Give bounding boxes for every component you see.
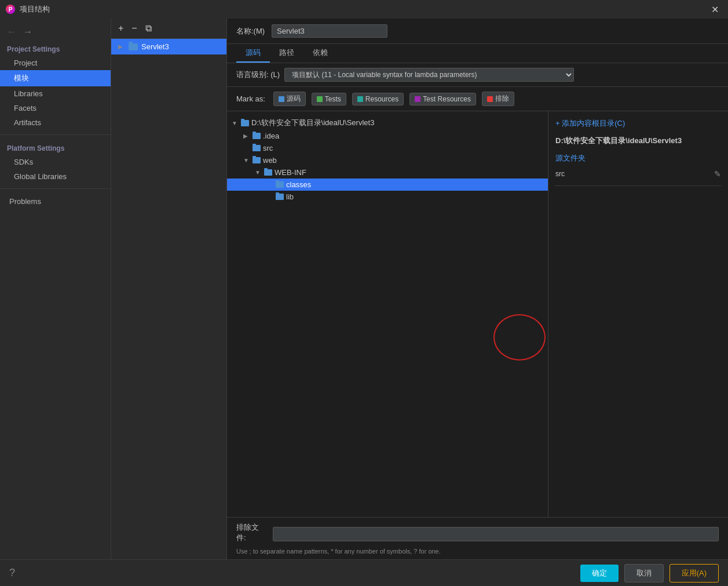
platform-settings-label: Platform Settings bbox=[0, 140, 111, 155]
mark-exclude-button[interactable]: 排除 bbox=[482, 92, 514, 106]
sidebar: ← → Project Settings Project 模块 Librarie… bbox=[0, 19, 111, 559]
web-label: web bbox=[263, 156, 277, 165]
lib-label: lib bbox=[286, 192, 294, 201]
content-area: 名称:(M) 源码 路径 依赖 语言级别: (L) 项目默认 (11 - Loc… bbox=[227, 19, 728, 559]
sidebar-item-problems[interactable]: Problems bbox=[0, 194, 111, 209]
module-arrow: ▶ bbox=[118, 43, 125, 50]
content-root-path: D:\软件安全下载目录\idealU\Servlet3 bbox=[555, 136, 721, 146]
web-arrow: ▼ bbox=[243, 157, 250, 163]
mark-as-label: Mark as: bbox=[236, 94, 265, 103]
tests-mark-icon bbox=[317, 96, 323, 102]
add-content-root-button[interactable]: + 添加内容根目录(C) bbox=[555, 118, 721, 129]
idea-folder-icon bbox=[253, 133, 261, 139]
root-arrow: ▼ bbox=[232, 120, 239, 126]
source-folder-item: src ✎ bbox=[555, 168, 721, 180]
tree-item-web[interactable]: ▼ web bbox=[227, 154, 548, 166]
root-folder-icon bbox=[241, 120, 249, 126]
tab-source[interactable]: 源码 bbox=[236, 44, 270, 63]
help-button[interactable]: ? bbox=[9, 567, 15, 579]
edit-source-icon[interactable]: ✎ bbox=[714, 169, 721, 179]
src-folder-icon bbox=[253, 145, 261, 151]
sidebar-item-project[interactable]: Project bbox=[0, 56, 111, 70]
sidebar-item-modules[interactable]: 模块 bbox=[0, 70, 111, 86]
tree-item-classes[interactable]: classes bbox=[227, 179, 548, 191]
forward-arrow[interactable]: → bbox=[21, 26, 35, 38]
src-label: src bbox=[263, 144, 273, 152]
red-circle-annotation bbox=[493, 314, 546, 361]
exclude-label: 排除文件: bbox=[236, 522, 266, 543]
exclude-mark-icon bbox=[487, 96, 493, 102]
resources-mark-icon bbox=[357, 96, 363, 102]
nav-arrows: ← → bbox=[0, 23, 111, 41]
apply-button[interactable]: 应用(A) bbox=[670, 564, 719, 583]
main-container: ← → Project Settings Project 模块 Librarie… bbox=[0, 19, 728, 559]
tree-item-lib[interactable]: lib bbox=[227, 191, 548, 203]
sidebar-item-libraries[interactable]: Libraries bbox=[0, 86, 111, 101]
test-resources-mark-icon bbox=[415, 96, 420, 102]
cancel-button[interactable]: 取消 bbox=[624, 564, 664, 583]
classes-label: classes bbox=[286, 180, 311, 189]
bottom-bar: ? 确定 取消 应用(A) bbox=[0, 559, 728, 586]
source-folder-text: src bbox=[555, 170, 565, 178]
tree-item-root[interactable]: ▼ D:\软件安全下载目录\idealU\Servlet3 bbox=[227, 116, 548, 130]
tree-item-webinf[interactable]: ▼ WEB-INF bbox=[227, 166, 548, 179]
project-settings-label: Project Settings bbox=[0, 41, 111, 56]
mark-source-button[interactable]: 源码 bbox=[273, 92, 306, 106]
mark-resources-button[interactable]: Resources bbox=[352, 93, 404, 105]
exclude-input[interactable] bbox=[273, 527, 719, 541]
idea-label: .idea bbox=[263, 132, 279, 140]
sidebar-item-artifacts[interactable]: Artifacts bbox=[0, 115, 111, 130]
title-bar-left: P 项目结构 bbox=[6, 4, 50, 14]
app-icon: P bbox=[6, 5, 15, 14]
name-label: 名称:(M) bbox=[236, 26, 265, 37]
tree-item-idea[interactable]: ▶ .idea bbox=[227, 130, 548, 142]
tab-deps[interactable]: 依赖 bbox=[303, 44, 337, 63]
remove-module-button[interactable]: − bbox=[129, 22, 139, 35]
module-panel: + − ⧉ ▶ Servlet3 bbox=[111, 19, 227, 559]
lang-level-select[interactable]: 项目默认 (11 - Local variable syntax for lam… bbox=[284, 68, 574, 82]
title-bar: P 项目结构 ✕ bbox=[0, 0, 728, 19]
mark-as-row: Mark as: 源码 Tests Resources Test Resourc… bbox=[227, 87, 728, 111]
source-folder-label: 源文件夹 bbox=[555, 153, 721, 163]
tree-item-src[interactable]: src bbox=[227, 142, 548, 154]
confirm-button[interactable]: 确定 bbox=[580, 565, 619, 582]
source-mark-icon bbox=[279, 96, 284, 102]
sidebar-item-sdks[interactable]: SDKs bbox=[0, 155, 111, 169]
right-panel: + 添加内容根目录(C) D:\软件安全下载目录\idealU\Servlet3… bbox=[548, 111, 728, 517]
add-module-button[interactable]: + bbox=[116, 22, 126, 35]
mark-test-resources-button[interactable]: Test Resources bbox=[409, 93, 476, 105]
file-tree: ▼ D:\软件安全下载目录\idealU\Servlet3 ▶ .idea sr… bbox=[227, 111, 548, 517]
webinf-arrow: ▼ bbox=[255, 169, 262, 176]
idea-arrow: ▶ bbox=[243, 133, 250, 139]
lang-level-label: 语言级别: (L) bbox=[236, 70, 280, 80]
sidebar-item-global-libs[interactable]: Global Libraries bbox=[0, 169, 111, 184]
webinf-folder-icon bbox=[264, 169, 272, 176]
window-title: 项目结构 bbox=[20, 4, 50, 14]
classes-folder-icon bbox=[276, 181, 284, 188]
module-list: ▶ Servlet3 bbox=[111, 39, 226, 559]
tab-path[interactable]: 路径 bbox=[270, 44, 303, 63]
root-label: D:\软件安全下载目录\idealU\Servlet3 bbox=[251, 118, 374, 128]
web-folder-icon bbox=[253, 157, 261, 163]
exclude-hint: Use ; to separate name patterns, * for a… bbox=[236, 548, 719, 555]
dotted-divider bbox=[555, 185, 721, 186]
tabs: 源码 路径 依赖 bbox=[227, 44, 728, 63]
sidebar-item-facets[interactable]: Facets bbox=[0, 101, 111, 115]
module-item-servlet3[interactable]: ▶ Servlet3 bbox=[111, 39, 226, 54]
close-button[interactable]: ✕ bbox=[708, 3, 722, 16]
sidebar-divider-2 bbox=[0, 188, 111, 189]
webinf-label: WEB-INF bbox=[275, 168, 306, 177]
name-input[interactable] bbox=[272, 24, 387, 38]
back-arrow[interactable]: ← bbox=[5, 26, 19, 38]
exclude-row: 排除文件: Use ; to separate name patterns, *… bbox=[227, 517, 728, 559]
copy-module-button[interactable]: ⧉ bbox=[143, 22, 154, 35]
lib-folder-icon bbox=[276, 194, 284, 200]
module-folder-icon bbox=[129, 43, 138, 50]
split-content: ▼ D:\软件安全下载目录\idealU\Servlet3 ▶ .idea sr… bbox=[227, 111, 728, 517]
sidebar-divider bbox=[0, 134, 111, 135]
mark-tests-button[interactable]: Tests bbox=[312, 93, 346, 105]
lang-level-row: 语言级别: (L) 项目默认 (11 - Local variable synt… bbox=[227, 63, 728, 87]
content-header: 名称:(M) bbox=[227, 19, 728, 44]
module-toolbar: + − ⧉ bbox=[111, 19, 226, 39]
